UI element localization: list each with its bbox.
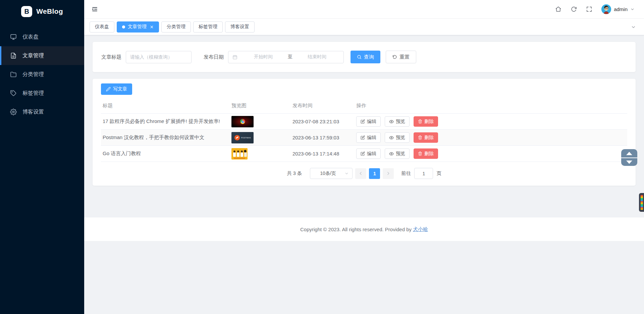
- fullscreen-icon[interactable]: [586, 6, 592, 12]
- delete-button-label: 删除: [424, 119, 434, 125]
- table-row: Postman 汉化教程，手把手教你如何设置中文 POSTMAN 2023-06…: [101, 130, 627, 146]
- reset-button[interactable]: 重置: [386, 51, 416, 63]
- article-thumbnail: [231, 116, 254, 127]
- edit-button-label: 编辑: [367, 151, 376, 157]
- tab-categories[interactable]: 分类管理: [161, 21, 191, 33]
- delete-button-label: 删除: [424, 135, 434, 141]
- row-actions: 编辑 预览 删除: [356, 132, 626, 143]
- search-button-label: 查询: [364, 54, 374, 60]
- user-name: admin: [614, 6, 628, 12]
- goto-page-input[interactable]: [414, 168, 433, 179]
- edit-button[interactable]: 编辑: [356, 116, 381, 127]
- dashboard-icon: [10, 34, 17, 40]
- sidebar-item-label: 仪表盘: [22, 34, 39, 41]
- page-number-button[interactable]: 1: [369, 168, 380, 179]
- tab-dashboard[interactable]: 仪表盘: [90, 21, 114, 33]
- user-menu[interactable]: admin: [601, 4, 635, 14]
- preview-button-label: 预览: [396, 119, 405, 125]
- brand-logo-letter: B: [24, 8, 29, 15]
- preview-button[interactable]: 预览: [385, 132, 410, 143]
- edit-button[interactable]: 编辑: [356, 148, 381, 159]
- provider-link[interactable]: 犬小哈: [413, 226, 428, 233]
- edit-icon: [361, 119, 365, 124]
- edit-button-label: 编辑: [367, 119, 376, 125]
- thumbnail-text: POSTMAN: [241, 137, 251, 139]
- reset-button-label: 重置: [399, 54, 410, 60]
- tab-label: 分类管理: [167, 24, 185, 30]
- search-button[interactable]: 查询: [351, 51, 380, 63]
- page-size-select[interactable]: 10条/页: [310, 168, 353, 179]
- scroll-to-top-button[interactable]: [621, 149, 637, 158]
- sidebar-collapse-button[interactable]: [89, 3, 101, 15]
- column-actions: 操作: [356, 103, 626, 109]
- article-title-label: 文章标题: [101, 54, 121, 60]
- sidebar-item-tags[interactable]: 标签管理: [0, 84, 84, 103]
- column-thumbnail: 预览图: [231, 103, 292, 109]
- article-thumbnail: [231, 148, 248, 160]
- sidebar-item-settings[interactable]: 博客设置: [0, 103, 84, 121]
- sidebar-item-label: 分类管理: [22, 71, 44, 78]
- next-page-button[interactable]: [383, 168, 394, 179]
- page-footer: Copyright © 2023. All rights reserved. P…: [84, 217, 644, 241]
- start-date-placeholder[interactable]: 开始时间: [241, 54, 286, 60]
- tab-label: 标签管理: [199, 24, 217, 30]
- header-actions: admin: [555, 4, 635, 14]
- edit-button[interactable]: 编辑: [356, 132, 381, 143]
- column-title: 标题: [103, 103, 231, 109]
- goto-label: 前往: [401, 170, 411, 177]
- home-icon[interactable]: [555, 6, 561, 12]
- article-title-input[interactable]: [126, 51, 192, 63]
- end-date-placeholder[interactable]: 结束时间: [294, 54, 339, 60]
- chevron-down-icon: [630, 7, 635, 11]
- delete-button[interactable]: 删除: [414, 148, 438, 159]
- refresh-icon[interactable]: [571, 6, 577, 12]
- date-range-picker[interactable]: 开始时间 至 结束时间: [228, 51, 344, 63]
- sidebar-item-label: 标签管理: [22, 90, 44, 97]
- write-article-button[interactable]: 写文章: [101, 83, 132, 95]
- tab-settings[interactable]: 博客设置: [225, 21, 255, 33]
- delete-button-label: 删除: [424, 151, 434, 157]
- prev-page-button[interactable]: [355, 168, 366, 179]
- sidebar-item-dashboard[interactable]: 仪表盘: [0, 27, 84, 46]
- active-tab-dot: [122, 25, 125, 28]
- extension-handle[interactable]: [639, 193, 644, 212]
- edit-icon: [361, 135, 365, 140]
- article-title: 17 款程序员必备的 Chrome 扩展插件! 提升开发效率!: [103, 118, 231, 125]
- folder-icon: [10, 71, 17, 78]
- tab-bar: 仪表盘 文章管理 分类管理 标签管理 博客设置: [84, 19, 644, 35]
- arrow-up-icon: [626, 152, 632, 155]
- sidebar-item-articles[interactable]: 文章管理: [0, 46, 84, 65]
- calendar-icon: [232, 55, 237, 60]
- trash-icon: [418, 135, 422, 140]
- sidebar-menu: 仪表盘 文章管理 分类管理 标签管理 博客设置: [0, 27, 84, 121]
- pagination-total: 共 3 条: [287, 170, 302, 177]
- edit-icon: [361, 151, 365, 156]
- scroll-to-bottom-button[interactable]: [621, 158, 637, 166]
- avatar: [601, 4, 611, 14]
- preview-button-label: 预览: [396, 151, 405, 157]
- tab-overflow-chevron-icon[interactable]: [628, 23, 639, 31]
- table-row: Go 语言入门教程 2023-06-13 17:14:48 编辑 预览: [101, 146, 627, 162]
- close-icon[interactable]: [150, 25, 154, 29]
- eye-icon: [389, 135, 394, 140]
- color-strip-icon: [641, 195, 643, 210]
- delete-button[interactable]: 删除: [414, 116, 438, 127]
- delete-button[interactable]: 删除: [414, 132, 438, 143]
- brand-logo-icon: B: [21, 6, 32, 17]
- column-published: 发布时间: [292, 103, 356, 109]
- content-spacer: [84, 186, 644, 217]
- tag-icon: [10, 90, 17, 97]
- row-actions: 编辑 预览 删除: [356, 148, 626, 159]
- article-title: Go 语言入门教程: [103, 150, 231, 157]
- top-header: admin: [84, 0, 644, 19]
- preview-button[interactable]: 预览: [385, 148, 410, 159]
- publish-date-label: 发布日期: [204, 54, 224, 60]
- brand-logo[interactable]: B WeBlog: [0, 0, 84, 23]
- brand-name: WeBlog: [36, 7, 63, 15]
- preview-button[interactable]: 预览: [385, 116, 410, 127]
- sidebar-item-categories[interactable]: 分类管理: [0, 65, 84, 84]
- tab-articles[interactable]: 文章管理: [117, 21, 159, 33]
- table-header-row: 标题 预览图 发布时间 操作: [101, 98, 627, 114]
- scroll-widget: [621, 149, 637, 166]
- tab-tags[interactable]: 标签管理: [193, 21, 223, 33]
